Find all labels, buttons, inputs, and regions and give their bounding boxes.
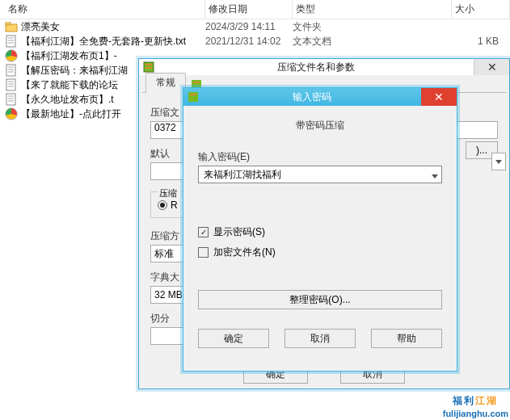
format-group-label: 压缩 bbox=[158, 187, 180, 200]
svg-rect-28 bbox=[190, 94, 196, 95]
txt-icon bbox=[5, 78, 18, 91]
chrome-icon bbox=[5, 49, 18, 62]
password-ok-button[interactable]: 确定 bbox=[198, 329, 269, 348]
organize-passwords-button[interactable]: 整理密码(O)... bbox=[198, 290, 442, 309]
file-name: 【解压密码：来福利江湖 bbox=[21, 64, 128, 78]
watermark: 福利江湖 fulijianghu.com bbox=[443, 388, 508, 418]
svg-rect-12 bbox=[6, 79, 15, 90]
compress-dialog-title: 压缩文件名和参数 bbox=[158, 61, 474, 74]
chevron-down-icon[interactable] bbox=[432, 170, 438, 181]
chrome-icon bbox=[5, 107, 18, 120]
watermark-sub: fulijianghu.com bbox=[443, 409, 508, 418]
file-type: 文本文档 bbox=[293, 35, 451, 48]
encrypt-names-label: 加密文件名(N) bbox=[213, 246, 276, 259]
password-dialog-close[interactable]: ✕ bbox=[421, 88, 457, 106]
password-help-button[interactable]: 帮助 bbox=[371, 329, 442, 348]
column-header-size[interactable]: 大小 bbox=[452, 0, 510, 19]
file-row[interactable]: 【福利江湖】全免费-无套路-更新快.txt2021/12/31 14:02文本文… bbox=[0, 34, 510, 48]
dict-value: 32 MB bbox=[154, 289, 183, 300]
side-dropdown[interactable] bbox=[491, 153, 506, 170]
show-password-label: 显示密码(S) bbox=[213, 225, 265, 239]
encrypt-names-checkbox[interactable]: 加密文件名(N) bbox=[198, 246, 442, 259]
file-name: 【福利江湖】全免费-无套路-更新快.txt bbox=[21, 35, 186, 48]
txt-icon bbox=[5, 64, 18, 77]
svg-rect-24 bbox=[145, 67, 152, 69]
file-type: 文件夹 bbox=[293, 20, 451, 34]
file-date: 2024/3/29 14:11 bbox=[205, 21, 293, 32]
file-name: 【永久地址发布页】.t bbox=[21, 93, 114, 107]
password-input[interactable]: 来福利江湖找福利 bbox=[198, 166, 442, 183]
svg-rect-2 bbox=[6, 36, 15, 47]
file-name: 漂亮美女 bbox=[21, 20, 60, 34]
file-name: 【最新地址】-点此打开 bbox=[21, 107, 121, 121]
file-name: 【来了就能下载的论坛 bbox=[21, 78, 118, 92]
password-cancel-button[interactable]: 取消 bbox=[285, 329, 356, 348]
tab-general[interactable]: 常规 bbox=[145, 73, 186, 93]
file-size: 1 KB bbox=[451, 36, 510, 47]
txt-icon bbox=[5, 93, 18, 106]
svg-rect-27 bbox=[188, 92, 198, 102]
checkbox-unchecked-icon bbox=[198, 247, 209, 258]
compress-dialog-close[interactable]: ✕ bbox=[474, 59, 509, 75]
chevron-down-icon bbox=[495, 160, 502, 164]
compress-dialog-titlebar: 压缩文件名和参数 ✕ bbox=[139, 59, 509, 75]
password-subtitle: 带密码压缩 bbox=[198, 119, 442, 132]
checkbox-checked-icon: ✓ bbox=[198, 227, 209, 237]
column-header-name[interactable]: 名称 bbox=[5, 0, 205, 19]
column-header-date[interactable]: 修改日期 bbox=[205, 0, 293, 19]
radio-rar-label: R bbox=[171, 200, 178, 211]
svg-rect-1 bbox=[6, 23, 11, 25]
svg-rect-26 bbox=[193, 82, 200, 83]
show-password-checkbox[interactable]: ✓ 显示密码(S) bbox=[198, 225, 442, 239]
password-dialog: 输入密码 ✕ 带密码压缩 输入密码(E) 来福利江湖找福利 ✓ 显示密码(S) … bbox=[183, 87, 457, 372]
file-name: 【福利江湖发布页1】- bbox=[21, 49, 117, 63]
svg-rect-8 bbox=[6, 65, 15, 76]
column-header-type[interactable]: 类型 bbox=[293, 0, 451, 19]
column-header-bar: 名称 修改日期 类型 大小 bbox=[0, 0, 510, 19]
file-row[interactable]: 漂亮美女2024/3/29 14:11文件夹 bbox=[0, 19, 510, 34]
folder-icon bbox=[5, 20, 18, 33]
method-value: 标准 bbox=[154, 247, 174, 261]
watermark-main: 福利江湖 bbox=[453, 388, 498, 409]
password-label: 输入密码(E) bbox=[198, 150, 442, 164]
svg-rect-16 bbox=[6, 94, 15, 105]
password-dialog-titlebar: 输入密码 ✕ bbox=[183, 88, 457, 106]
password-value: 来福利江湖找福利 bbox=[204, 168, 281, 182]
svg-rect-23 bbox=[145, 64, 152, 65]
password-dialog-title: 输入密码 bbox=[203, 90, 421, 104]
file-date: 2021/12/31 14:02 bbox=[205, 36, 293, 47]
winrar-icon bbox=[187, 90, 200, 103]
winrar-icon bbox=[142, 61, 155, 74]
txt-icon bbox=[5, 35, 18, 48]
